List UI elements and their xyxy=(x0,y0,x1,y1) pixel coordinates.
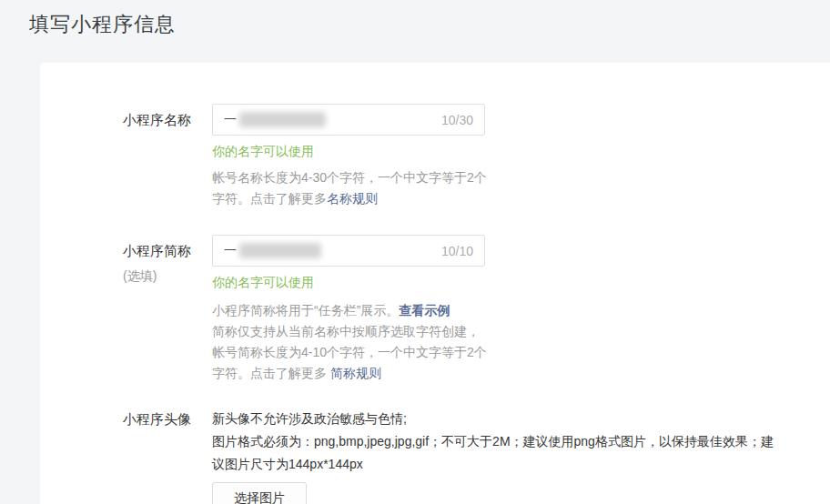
short-name-rules-link[interactable]: 简称规则 xyxy=(330,366,381,380)
name-help-text: 帐号名称长度为4-30个字符，一个中文字等于2个字符。点击了解更多名称规则 xyxy=(212,167,488,209)
short-name-char-counter: 10/10 xyxy=(441,244,473,258)
name-field-content: 一 10/30 你的名字可以使用 帐号名称长度为4-30个字符，一个中文字等于2… xyxy=(212,104,488,209)
short-name-field-content: 一 10/10 你的名字可以使用 小程序简称将用于“任务栏”展示。查看示例 简称… xyxy=(212,235,488,384)
short-name-success-message: 你的名字可以使用 xyxy=(212,275,488,290)
short-name-value-prefix: 一 xyxy=(224,243,237,259)
choose-image-button[interactable]: 选择图片 xyxy=(212,482,307,504)
avatar-field-label: 小程序头像 xyxy=(123,408,212,428)
short-name-label-text: 小程序简称 xyxy=(123,243,191,258)
short-name-help-text: 简称仅支持从当前名称中按顺序选取字符创建，帐号简称长度为4-10个字符，一个中文… xyxy=(212,321,488,384)
name-success-message: 你的名字可以使用 xyxy=(212,144,488,159)
short-name-usage-text: 小程序简称将用于“任务栏”展示。查看示例 xyxy=(212,300,488,321)
avatar-rule-line2: 图片格式必须为：png,bmp,jpeg,jpg,gif；不可大于2M；建议使用… xyxy=(212,430,774,476)
short-name-field-row: 小程序简称 (选填) 一 10/10 你的名字可以使用 小程序简称将用于“任务栏… xyxy=(123,235,830,384)
name-value-prefix: 一 xyxy=(224,112,237,128)
name-input[interactable]: 一 10/30 xyxy=(212,104,485,136)
view-example-link[interactable]: 查看示例 xyxy=(399,303,450,318)
short-name-optional-tag: (选填) xyxy=(123,267,212,286)
short-name-usage-body: 小程序简称将用于“任务栏”展示。 xyxy=(212,303,399,318)
name-input-value: 一 xyxy=(224,112,441,128)
short-name-value-redacted xyxy=(239,243,321,258)
avatar-rule-line1: 新头像不允许涉及政治敏感与色情; xyxy=(212,408,774,430)
name-field-row: 小程序名称 一 10/30 你的名字可以使用 帐号名称长度为4-30个字符，一个… xyxy=(123,104,830,209)
avatar-field-content: 新头像不允许涉及政治敏感与色情; 图片格式必须为：png,bmp,jpeg,jp… xyxy=(212,408,774,504)
avatar-field-row: 小程序头像 新头像不允许涉及政治敏感与色情; 图片格式必须为：png,bmp,j… xyxy=(123,408,830,504)
page-title: 填写小程序信息 xyxy=(29,11,830,38)
short-name-input-value: 一 xyxy=(224,243,441,259)
short-name-field-label: 小程序简称 (选填) xyxy=(123,235,212,286)
name-value-redacted xyxy=(239,112,326,127)
name-rules-link[interactable]: 名称规则 xyxy=(327,191,378,206)
name-field-label: 小程序名称 xyxy=(123,104,212,129)
name-char-counter: 10/30 xyxy=(441,113,473,127)
form-card: 小程序名称 一 10/30 你的名字可以使用 帐号名称长度为4-30个字符，一个… xyxy=(40,63,830,504)
short-name-input[interactable]: 一 10/10 xyxy=(212,235,485,267)
